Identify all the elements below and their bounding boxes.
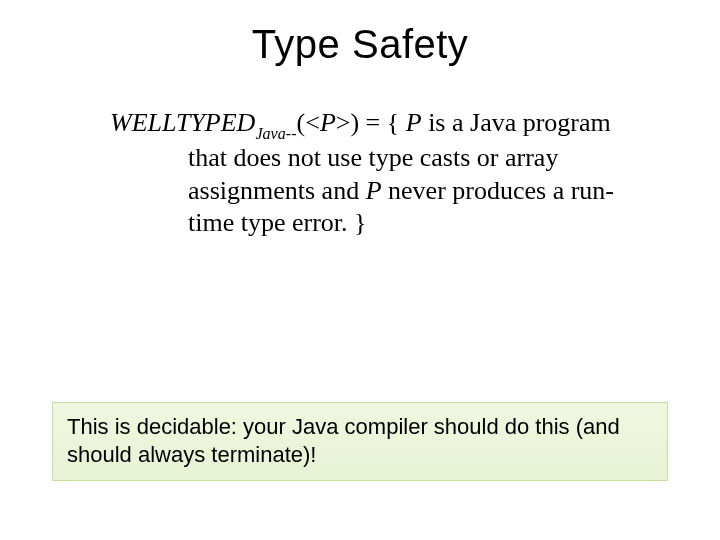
- var-p-3: P: [366, 176, 382, 205]
- arg-var: P: [320, 108, 336, 137]
- arg-open: (<: [297, 108, 320, 137]
- callout-box: This is decidable: your Java compiler sh…: [52, 402, 668, 481]
- var-p-2: P: [406, 108, 422, 137]
- slide: Type Safety WELLTYPEDJava--(<P>) = { P i…: [0, 22, 720, 540]
- arg-close: >) = {: [336, 108, 406, 137]
- slide-title: Type Safety: [0, 22, 720, 67]
- definition-text: WELLTYPEDJava--(<P>) = { P is a Java pro…: [110, 107, 630, 240]
- callout-text: This is decidable: your Java compiler sh…: [67, 414, 620, 467]
- definition-block: WELLTYPEDJava--(<P>) = { P is a Java pro…: [110, 107, 630, 240]
- func-name: WELLTYPED: [110, 108, 255, 137]
- func-subscript: Java--: [255, 125, 296, 142]
